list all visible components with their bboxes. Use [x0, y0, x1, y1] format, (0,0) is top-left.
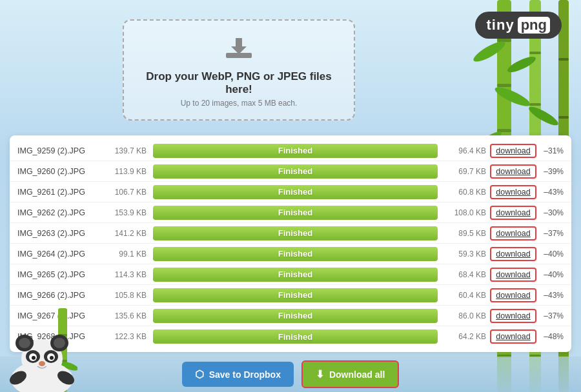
file-name: IMG_9265 (2).JPG — [17, 270, 101, 279]
svg-rect-27 — [558, 58, 569, 61]
original-size: 105.8 KB — [101, 291, 147, 300]
download-button-cell[interactable]: download — [490, 144, 536, 158]
download-button-cell[interactable]: download — [490, 268, 536, 282]
savings-percent: –31% — [539, 146, 564, 155]
download-button-cell[interactable]: download — [490, 206, 536, 220]
original-size: 114.3 KB — [101, 270, 147, 279]
download-button-cell[interactable]: download — [490, 309, 536, 323]
original-size: 99.1 KB — [101, 250, 147, 259]
progress-label: Finished — [278, 208, 312, 217]
tinypng-logo: tiny png — [475, 12, 562, 39]
compressed-size: 89.5 KB — [444, 229, 486, 238]
file-name: IMG_9264 (2).JPG — [17, 250, 101, 259]
download-link[interactable]: download — [490, 268, 536, 282]
progress-bar: Finished — [153, 309, 438, 323]
download-button-cell[interactable]: download — [490, 247, 536, 261]
file-name: IMG_9259 (2).JPG — [17, 146, 101, 155]
progress-bar: Finished — [153, 185, 438, 199]
drop-zone[interactable]: Drop your WebP, PNG or JPEG files here! … — [123, 19, 355, 121]
savings-percent: –48% — [539, 332, 564, 341]
download-button-cell[interactable]: download — [490, 185, 536, 199]
download-link[interactable]: download — [490, 206, 536, 220]
savings-percent: –37% — [539, 229, 564, 238]
table-row: IMG_9263 (2).JPG 141.2 KB Finished 89.5 … — [10, 223, 571, 244]
dropzone-title: Drop your WebP, PNG or JPEG files here! — [137, 70, 341, 96]
table-row: IMG_9261 (2).JPG 106.7 KB Finished 60.8 … — [10, 182, 571, 202]
progress-label: Finished — [278, 166, 312, 176]
file-name: IMG_9263 (2).JPG — [17, 229, 101, 238]
progress-label: Finished — [278, 290, 312, 300]
table-row: IMG_9267 (2).JPG 135.6 KB Finished 86.0 … — [10, 306, 571, 326]
upload-icon — [137, 35, 341, 66]
bottom-bar: ⬡ Save to Dropbox ⬇ Download all — [0, 357, 581, 392]
dropzone-subtitle: Up to 20 images, max 5 MB each. — [137, 99, 341, 108]
svg-rect-1 — [497, 39, 511, 42]
svg-rect-15 — [529, 52, 541, 54]
progress-label: Finished — [278, 146, 312, 155]
file-list-panel: IMG_9259 (2).JPG 139.7 KB Finished 96.4 … — [10, 135, 571, 352]
savings-percent: –43% — [539, 188, 564, 197]
progress-label: Finished — [278, 332, 312, 342]
progress-bar: Finished — [153, 206, 438, 220]
download-link[interactable]: download — [490, 144, 536, 158]
original-size: 139.7 KB — [101, 146, 147, 155]
svg-rect-28 — [558, 116, 569, 119]
panda-decoration — [0, 321, 84, 392]
compressed-size: 60.8 KB — [444, 188, 486, 197]
table-row: IMG_9265 (2).JPG 114.3 KB Finished 68.4 … — [10, 264, 571, 285]
download-button-cell[interactable]: download — [490, 288, 536, 302]
download-link[interactable]: download — [490, 288, 536, 302]
file-name: IMG_9261 (2).JPG — [17, 188, 101, 197]
progress-label: Finished — [278, 270, 312, 279]
savings-percent: –37% — [539, 311, 564, 320]
progress-bar: Finished — [153, 268, 438, 282]
download-button-cell[interactable]: download — [490, 329, 536, 344]
progress-label: Finished — [278, 228, 312, 238]
logo-png-text: png — [518, 17, 550, 34]
download-link[interactable]: download — [490, 329, 536, 344]
download-all-button[interactable]: ⬇ Download all — [301, 360, 399, 388]
progress-label: Finished — [278, 187, 312, 197]
svg-point-48 — [39, 361, 45, 366]
save-to-dropbox-button[interactable]: ⬡ Save to Dropbox — [182, 362, 294, 387]
file-name: IMG_9262 (2).JPG — [17, 208, 101, 217]
progress-bar: Finished — [153, 247, 438, 261]
download-link[interactable]: download — [490, 185, 536, 199]
progress-bar: Finished — [153, 144, 438, 158]
compressed-size: 68.4 KB — [444, 270, 486, 279]
svg-rect-16 — [529, 103, 541, 106]
logo-tiny-text: tiny — [487, 17, 515, 34]
progress-bar: Finished — [153, 164, 438, 179]
table-row: IMG_9262 (2).JPG 153.9 KB Finished 108.0… — [10, 202, 571, 223]
compressed-size: 64.2 KB — [444, 332, 486, 341]
compressed-size: 59.3 KB — [444, 250, 486, 259]
table-row: IMG_9259 (2).JPG 139.7 KB Finished 96.4 … — [10, 141, 571, 161]
savings-percent: –40% — [539, 250, 564, 259]
download-all-icon: ⬇ — [316, 368, 324, 380]
download-link[interactable]: download — [490, 247, 536, 261]
svg-point-47 — [50, 356, 54, 360]
table-row: IMG_9264 (2).JPG 99.1 KB Finished 59.3 K… — [10, 244, 571, 264]
compressed-size: 86.0 KB — [444, 311, 486, 320]
download-all-label: Download all — [329, 369, 385, 380]
table-row: IMG_9266 (2).JPG 105.8 KB Finished 60.4 … — [10, 285, 571, 306]
file-name: IMG_9260 (2).JPG — [17, 167, 101, 176]
progress-label: Finished — [278, 249, 312, 259]
download-button-cell[interactable]: download — [490, 164, 536, 179]
download-link[interactable]: download — [490, 309, 536, 323]
svg-point-46 — [32, 356, 36, 360]
savings-percent: –43% — [539, 291, 564, 300]
progress-bar: Finished — [153, 329, 438, 344]
savings-percent: –39% — [539, 167, 564, 176]
compressed-size: 96.4 KB — [444, 146, 486, 155]
save-dropbox-label: Save to Dropbox — [209, 369, 281, 380]
savings-percent: –30% — [539, 208, 564, 217]
download-link[interactable]: download — [490, 226, 536, 240]
original-size: 113.9 KB — [101, 167, 147, 176]
original-size: 106.7 KB — [101, 188, 147, 197]
download-link[interactable]: download — [490, 164, 536, 179]
svg-point-41 — [54, 338, 65, 348]
file-name: IMG_9266 (2).JPG — [17, 291, 101, 300]
download-button-cell[interactable]: download — [490, 226, 536, 240]
dropbox-icon: ⬡ — [195, 368, 204, 380]
